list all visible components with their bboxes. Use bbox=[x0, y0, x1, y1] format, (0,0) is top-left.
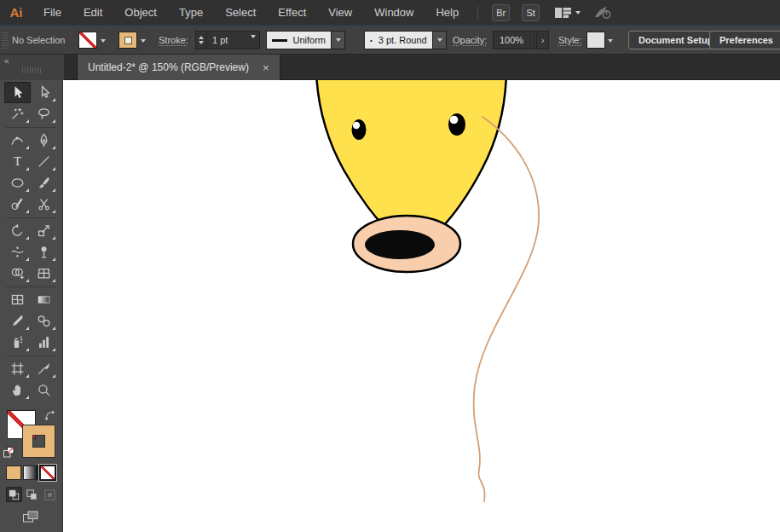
collapse-toolbar-button[interactable]: « bbox=[4, 56, 9, 66]
tool-hand-tool[interactable] bbox=[4, 379, 31, 401]
balloon-string[interactable] bbox=[474, 117, 539, 501]
tool-lasso-tool[interactable] bbox=[31, 103, 57, 124]
tool-column-graph-tool[interactable] bbox=[31, 332, 57, 353]
opacity-field[interactable]: 100% bbox=[493, 31, 535, 49]
document-tab[interactable]: Untitled-2* @ 150% (RGB/Preview) × bbox=[77, 55, 280, 80]
tool-rotate-tool[interactable] bbox=[4, 220, 31, 241]
tool-puppet-warp-tool[interactable] bbox=[31, 241, 57, 263]
tool-width-tool[interactable] bbox=[4, 241, 31, 263]
right-eye[interactable] bbox=[448, 113, 465, 136]
draw-inside-mode-icon[interactable] bbox=[42, 487, 58, 502]
stroke-panel-link[interactable]: Stroke: bbox=[159, 26, 188, 55]
fill-stroke-indicator bbox=[0, 408, 62, 463]
slice-tool-icon bbox=[37, 361, 51, 376]
toolbar-drag-grip[interactable] bbox=[22, 67, 41, 73]
tool-slice-tool[interactable] bbox=[31, 358, 57, 379]
tool-line-segment-tool[interactable] bbox=[31, 151, 57, 172]
stroke-proxy[interactable] bbox=[23, 425, 55, 457]
draw-normal-mode-icon[interactable] bbox=[6, 487, 22, 502]
flyout-indicator bbox=[52, 98, 55, 101]
opacity-panel-link[interactable]: Opacity: bbox=[453, 26, 487, 55]
tool-scale-tool[interactable] bbox=[31, 220, 57, 241]
menu-edit[interactable]: Edit bbox=[72, 0, 113, 26]
chevron-down-icon[interactable] bbox=[608, 39, 613, 45]
tool-eyedropper-tool[interactable] bbox=[4, 310, 31, 332]
menu-view[interactable]: View bbox=[317, 0, 363, 26]
menu-object[interactable]: Object bbox=[113, 0, 168, 26]
opacity-expand-button[interactable]: › bbox=[536, 31, 549, 49]
controlbar-grip[interactable] bbox=[2, 32, 9, 49]
balloon-head[interactable] bbox=[316, 80, 506, 228]
draw-behind-mode-icon[interactable] bbox=[24, 487, 40, 502]
stroke-weight-stepper[interactable] bbox=[196, 32, 207, 49]
flyout-indicator bbox=[52, 119, 55, 123]
left-eye[interactable] bbox=[352, 119, 367, 140]
style-swatch[interactable] bbox=[586, 32, 605, 49]
brush-power-icon[interactable] bbox=[592, 5, 613, 20]
color-button[interactable] bbox=[6, 466, 21, 480]
perspective-grid-tool-icon bbox=[37, 266, 51, 280]
flyout-indicator bbox=[52, 236, 55, 240]
fill-color-swatch[interactable] bbox=[78, 32, 97, 49]
chevron-down-icon[interactable] bbox=[101, 39, 106, 45]
tool-ellipse-tool[interactable] bbox=[4, 172, 31, 194]
menu-help[interactable]: Help bbox=[425, 0, 470, 26]
chevron-down-icon[interactable] bbox=[575, 11, 581, 17]
tool-mesh-tool[interactable] bbox=[4, 289, 31, 310]
menu-effect[interactable]: Effect bbox=[267, 0, 317, 26]
tool-pen-tool[interactable] bbox=[31, 130, 57, 151]
chevron-down-icon[interactable] bbox=[141, 39, 146, 45]
chevron-down-icon[interactable] bbox=[331, 31, 345, 49]
none-button[interactable] bbox=[40, 466, 55, 480]
style-panel-link[interactable]: Style: bbox=[558, 26, 582, 55]
swap-fill-stroke-icon[interactable] bbox=[44, 409, 55, 425]
toolbar-dock-header: « bbox=[0, 55, 64, 80]
tool-perspective-grid-tool[interactable] bbox=[31, 263, 57, 284]
tool-magic-wand-tool[interactable] bbox=[4, 103, 31, 124]
flyout-indicator bbox=[52, 327, 55, 330]
left-eye-highlight bbox=[353, 122, 360, 129]
tool-type-tool[interactable]: T bbox=[4, 151, 31, 172]
screen-mode-button[interactable] bbox=[0, 510, 62, 524]
stroke-color-swatch[interactable] bbox=[118, 32, 137, 49]
selection-tool-icon bbox=[10, 85, 25, 100]
gradient-button[interactable] bbox=[23, 466, 38, 480]
chevron-down-icon[interactable] bbox=[251, 35, 256, 41]
tool-selection-tool[interactable] bbox=[4, 82, 31, 103]
close-tab-icon[interactable]: × bbox=[263, 61, 269, 74]
tool-gradient-tool[interactable] bbox=[31, 289, 57, 310]
width-tool-icon bbox=[10, 245, 25, 259]
lasso-tool-icon bbox=[37, 107, 51, 121]
menu-select[interactable]: Select bbox=[214, 0, 267, 26]
brush-dropdown[interactable]: •3 pt. Round bbox=[364, 31, 447, 49]
tool-curvature-tool[interactable] bbox=[4, 130, 31, 151]
scissors-tool-icon bbox=[37, 197, 51, 211]
bridge-button[interactable]: Br bbox=[492, 4, 510, 21]
menu-type[interactable]: Type bbox=[168, 0, 214, 26]
width-profile-value: Uniform bbox=[292, 35, 326, 45]
preferences-button[interactable]: Preferences bbox=[709, 31, 780, 49]
tool-symbol-sprayer-tool[interactable] bbox=[4, 332, 31, 353]
tool-zoom-tool[interactable] bbox=[31, 379, 57, 401]
menu-window[interactable]: Window bbox=[363, 0, 425, 26]
tool-scissors-tool[interactable] bbox=[31, 194, 57, 215]
menu-file[interactable]: File bbox=[32, 0, 72, 26]
default-fill-stroke-icon[interactable] bbox=[3, 446, 14, 461]
tool-blend-tool[interactable] bbox=[31, 310, 57, 332]
tool-artboard-tool[interactable] bbox=[4, 358, 31, 379]
tool-shaper-tool[interactable] bbox=[4, 194, 31, 215]
stroke-weight-value[interactable]: 1 pt bbox=[207, 35, 251, 45]
brush-dot-preview: • bbox=[370, 37, 373, 44]
chevron-down-icon[interactable] bbox=[432, 31, 447, 49]
tool-paintbrush-tool[interactable] bbox=[31, 172, 57, 194]
tool-shape-builder-tool[interactable] bbox=[4, 263, 31, 284]
canvas[interactable] bbox=[64, 80, 780, 532]
tool-direct-selection-tool[interactable] bbox=[31, 82, 57, 103]
toolbar-separator bbox=[6, 217, 56, 218]
mouth[interactable] bbox=[365, 230, 435, 259]
width-profile-dropdown[interactable]: Uniform bbox=[266, 31, 345, 49]
workspace-switcher-icon[interactable] bbox=[554, 6, 572, 20]
stock-button[interactable]: St bbox=[522, 4, 540, 21]
magic-wand-tool-icon bbox=[10, 107, 25, 121]
menubar-divider bbox=[477, 6, 478, 20]
